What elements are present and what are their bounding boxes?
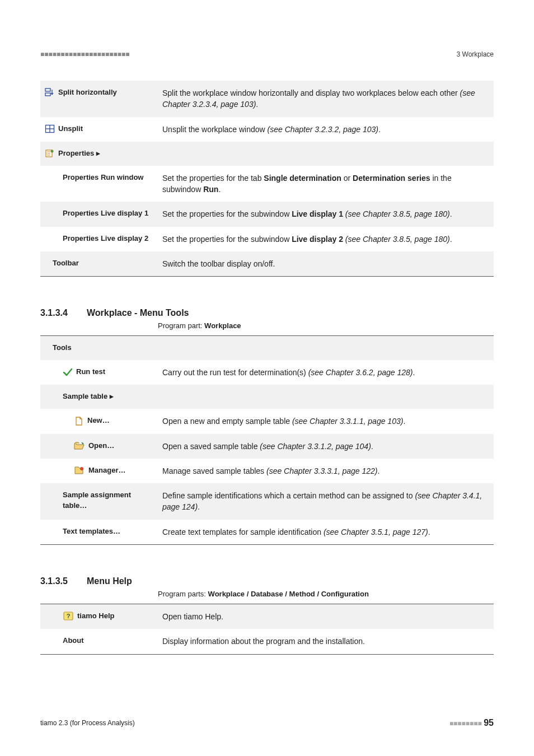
new-doc-icon — [74, 416, 84, 426]
table-row: Properties Live display 2Set the propert… — [40, 227, 494, 251]
menu-label: Properties ▸ — [58, 148, 100, 159]
menu-desc: Split the workplace window horizontally … — [158, 81, 494, 117]
menu-desc: Open a saved sample table (see Chapter 3… — [158, 434, 494, 459]
menu-item-props_l2: Properties Live display 2 — [40, 227, 158, 251]
table-row: Text templates…Create text templates for… — [40, 520, 494, 545]
menu-desc — [158, 336, 494, 360]
menu-item-sample_table: Sample table ▸ — [40, 385, 158, 409]
menu-item-manager: Manager… — [40, 459, 158, 483]
svg-point-10 — [80, 467, 83, 470]
menu-label: Split horizontally — [58, 87, 117, 98]
help-menu-table: ?tiamo HelpOpen tiamo Help.AboutDisplay … — [40, 604, 494, 655]
view-menu-table: Split horizontallySplit the workplace wi… — [40, 81, 494, 277]
menu-label: Open… — [88, 441, 114, 451]
table-row: Properties Live display 1Set the propert… — [40, 202, 494, 226]
menu-desc: Display information about the program an… — [158, 629, 494, 654]
menu-desc: Define sample identifications which a ce… — [158, 483, 494, 520]
unsplit-icon — [45, 124, 55, 133]
menu-desc: Open tiamo Help. — [158, 604, 494, 629]
table-row: Properties Run windowSet the properties … — [40, 166, 494, 202]
menu-label: tiamo Help — [77, 611, 114, 622]
section-sub-prefix: Program parts: — [158, 590, 208, 598]
menu-label: Manager… — [88, 465, 125, 476]
svg-text:?: ? — [67, 613, 71, 619]
page-footer: tiamo 2.3 (for Process Analysis) ■■■■■■■… — [40, 718, 494, 728]
section-heading-help: 3.1.3.5 Menu Help — [40, 561, 494, 586]
menu-label: Sample table ▸ — [63, 391, 114, 402]
header-chapter: 3 Workplace — [457, 50, 494, 58]
menu-item-text_templates: Text templates… — [40, 520, 158, 545]
menu-label: Toolbar — [53, 258, 79, 269]
menu-item-runtest: Run test — [40, 360, 158, 385]
section-number: 3.1.3.5 — [40, 576, 68, 586]
svg-point-9 — [51, 150, 54, 153]
menu-label: New… — [87, 416, 110, 426]
footer-dashes: ■■■■■■■■ — [449, 720, 482, 727]
menu-desc: Unsplit the workplace window (see Chapte… — [158, 117, 494, 142]
menu-label: Unsplit — [58, 124, 83, 134]
open-folder-icon — [74, 441, 85, 450]
table-row: Run testCarry out the run test for deter… — [40, 360, 494, 385]
menu-desc: Set the properties for the subwindow Liv… — [158, 202, 494, 226]
menu-desc: Open a new and empty sample table (see C… — [158, 409, 494, 433]
page-header: ■■■■■■■■■■■■■■■■■■■■■■ 3 Workplace — [40, 50, 494, 58]
properties-icon — [45, 149, 55, 158]
menu-item-new: New… — [40, 409, 158, 433]
menu-item-props_run: Properties Run window — [40, 166, 158, 202]
menu-label: Properties Run window — [63, 172, 143, 183]
table-row: ?tiamo HelpOpen tiamo Help. — [40, 604, 494, 629]
table-row: Properties ▸ — [40, 142, 494, 166]
menu-label: Properties Live display 1 — [63, 208, 148, 219]
check-icon — [63, 367, 73, 376]
menu-label: Run test — [76, 367, 105, 377]
footer-page-number: 95 — [484, 718, 494, 727]
table-row: Manager…Manage saved sample tables (see … — [40, 459, 494, 483]
menu-item-open: Open… — [40, 434, 158, 459]
section-sub-bold: Workplace — [204, 321, 241, 330]
svg-rect-0 — [45, 88, 50, 91]
section-subtitle-help: Program parts: Workplace / Database / Me… — [158, 590, 494, 598]
footer-left: tiamo 2.3 (for Process Analysis) — [40, 719, 135, 727]
section-title: Menu Help — [87, 576, 132, 586]
menu-item-props: Properties ▸ — [40, 142, 158, 166]
menu-desc: Set the properties for the tab Single de… — [158, 166, 494, 202]
menu-item-split_h: Split horizontally — [40, 81, 158, 117]
menu-label: Properties Live display 2 — [63, 234, 148, 244]
table-row: UnsplitUnsplit the workplace window (see… — [40, 117, 494, 142]
tools-menu-table: ToolsRun testCarry out the run test for … — [40, 335, 494, 545]
menu-item-sample_assign: Sample assignment table… — [40, 483, 158, 520]
menu-label: Tools — [53, 343, 72, 353]
header-dashes: ■■■■■■■■■■■■■■■■■■■■■■ — [40, 50, 129, 58]
svg-rect-1 — [45, 93, 50, 96]
menu-item-tiamo_help: ?tiamo Help — [40, 604, 158, 629]
menu-item-about: About — [40, 629, 158, 654]
menu-label: Sample assignment table… — [63, 490, 153, 511]
menu-item-unsplit: Unsplit — [40, 117, 158, 142]
footer-right: ■■■■■■■■ 95 — [449, 718, 494, 728]
page: ■■■■■■■■■■■■■■■■■■■■■■ 3 Workplace Split… — [0, 0, 534, 756]
menu-desc: Create text templates for sample identif… — [158, 520, 494, 545]
table-row: Open…Open a saved sample table (see Chap… — [40, 434, 494, 459]
section-sub-bold: Workplace / Database / Method / Configur… — [208, 590, 369, 598]
menu-desc: Manage saved sample tables (see Chapter … — [158, 459, 494, 483]
menu-item-props_l1: Properties Live display 1 — [40, 202, 158, 226]
table-row: Sample table ▸ — [40, 385, 494, 409]
table-row: ToolbarSwitch the toolbar display on/off… — [40, 251, 494, 277]
section-subtitle-tools: Program part: Workplace — [158, 321, 494, 330]
menu-desc — [158, 142, 494, 166]
menu-desc: Switch the toolbar display on/off. — [158, 251, 494, 277]
table-row: AboutDisplay information about the progr… — [40, 629, 494, 654]
table-row: Sample assignment table…Define sample id… — [40, 483, 494, 520]
menu-label: Text templates… — [63, 526, 120, 537]
section-sub-prefix: Program part: — [158, 321, 204, 330]
split-h-icon — [45, 88, 55, 97]
menu-item-toolbar: Toolbar — [40, 251, 158, 277]
menu-label: About — [63, 636, 84, 646]
help-icon: ? — [63, 611, 74, 621]
table-row: Tools — [40, 336, 494, 360]
menu-desc: Set the properties for the subwindow Liv… — [158, 227, 494, 251]
menu-desc — [158, 385, 494, 409]
table-row: New…Open a new and empty sample table (s… — [40, 409, 494, 433]
section-title: Workplace - Menu Tools — [87, 308, 189, 318]
table-row: Split horizontallySplit the workplace wi… — [40, 81, 494, 117]
